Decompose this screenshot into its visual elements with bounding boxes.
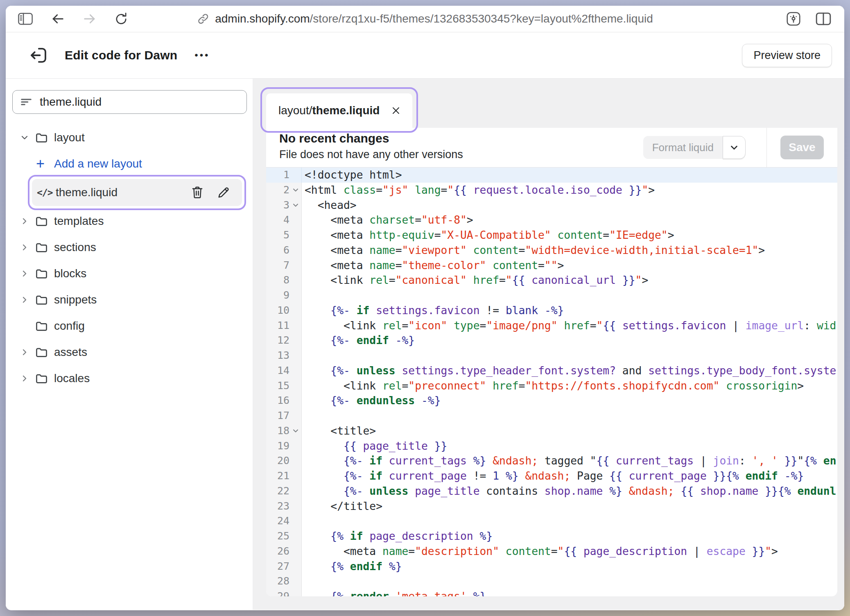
line-number[interactable]: 11: [266, 318, 302, 333]
line-number[interactable]: 17: [266, 408, 302, 424]
code-line[interactable]: 9: [266, 288, 837, 303]
line-number[interactable]: 3: [266, 198, 302, 213]
fold-chevron-icon[interactable]: [292, 201, 301, 210]
exit-icon[interactable]: [29, 47, 47, 64]
code-line[interactable]: 29 {% render 'meta-tags' %}: [266, 589, 837, 596]
code-line[interactable]: 25 {% if page_description %}: [266, 529, 837, 544]
line-number[interactable]: 16: [266, 393, 302, 408]
line-number[interactable]: 13: [266, 348, 302, 363]
code-line[interactable]: 18 <title>: [266, 424, 837, 439]
sidebar-item-snippets[interactable]: snippets: [12, 287, 248, 313]
code-line[interactable]: 1<!doctype html>: [266, 168, 837, 183]
format-liquid-button[interactable]: Format liquid: [643, 136, 723, 159]
line-number[interactable]: 25: [266, 529, 302, 544]
code-line[interactable]: 27 {% endif %}: [266, 559, 837, 574]
code-line[interactable]: 2<html class="js" lang="{{ request.local…: [266, 183, 837, 198]
code-line[interactable]: 20 {%- if current_tags %} &ndash; tagged…: [266, 453, 837, 469]
search-input[interactable]: [40, 95, 220, 109]
reload-icon[interactable]: [115, 12, 128, 26]
chevron-down-icon[interactable]: [20, 133, 35, 143]
sidebar-item-sections[interactable]: sections: [12, 234, 248, 260]
code-line[interactable]: 10 {%- if settings.favicon != blank -%}: [266, 303, 837, 318]
chevron-right-icon[interactable]: [20, 242, 35, 252]
code-line[interactable]: 15 <link rel="preconnect" href="https://…: [266, 378, 837, 394]
tab-theme-liquid[interactable]: layout/theme.liquid: [266, 93, 412, 128]
code-line[interactable]: 13: [266, 348, 837, 363]
fold-chevron-icon[interactable]: [292, 186, 301, 195]
sidebar-item-templates[interactable]: templates: [12, 208, 248, 234]
code-editor[interactable]: 1<!doctype html>2<html class="js" lang="…: [266, 168, 837, 596]
line-number[interactable]: 20: [266, 453, 302, 469]
sidebar-item-theme-liquid[interactable]: </>theme.liquid: [32, 179, 242, 206]
code-line[interactable]: 21 {%- if current_page != 1 %} &ndash; P…: [266, 469, 837, 484]
code-line[interactable]: 11 <link rel="icon" type="image/png" hre…: [266, 318, 837, 333]
line-number[interactable]: 5: [266, 228, 302, 243]
preview-store-button[interactable]: Preview store: [742, 44, 832, 67]
chevron-right-icon[interactable]: [20, 269, 35, 279]
line-number[interactable]: 26: [266, 544, 302, 559]
line-number[interactable]: 1: [266, 168, 302, 183]
code-line[interactable]: 17: [266, 408, 837, 424]
page-settings-icon[interactable]: [786, 11, 801, 26]
back-arrow-icon[interactable]: [51, 13, 65, 25]
chevron-right-icon[interactable]: [20, 374, 35, 383]
code-line[interactable]: 3 <head>: [266, 198, 837, 213]
line-number[interactable]: 6: [266, 243, 302, 258]
chevron-right-icon[interactable]: [20, 347, 35, 357]
line-number[interactable]: 14: [266, 363, 302, 378]
line-number[interactable]: 10: [266, 303, 302, 318]
line-number[interactable]: 8: [266, 273, 302, 288]
code-line[interactable]: 8 <link rel="canonical" href="{{ canonic…: [266, 273, 837, 288]
code-line[interactable]: 19 {{ page_title }}: [266, 439, 837, 454]
sidebar-item-locales[interactable]: locales: [12, 365, 248, 392]
line-number[interactable]: 22: [266, 484, 302, 499]
url-bar[interactable]: admin.shopify.com/store/rzq1xu-f5/themes…: [197, 12, 653, 25]
line-number[interactable]: 15: [266, 378, 302, 394]
code-line[interactable]: 28: [266, 574, 837, 589]
code-line[interactable]: 23 </title>: [266, 499, 837, 514]
more-options-button[interactable]: •••: [194, 50, 210, 61]
sidebar-item-blocks[interactable]: blocks: [12, 260, 248, 287]
add-layout-action[interactable]: +Add a new layout: [12, 151, 248, 177]
line-number[interactable]: 27: [266, 559, 302, 574]
chevron-right-icon[interactable]: [20, 216, 35, 226]
close-icon[interactable]: [390, 105, 402, 116]
forward-arrow-icon[interactable]: [83, 13, 97, 25]
sidebar-toggle-icon[interactable]: [18, 12, 33, 25]
code-line-content: {% render 'meta-tags' %}: [302, 589, 837, 596]
code-line[interactable]: 5 <meta http-equiv="X-UA-Compatible" con…: [266, 228, 837, 243]
format-dropdown-button[interactable]: [723, 136, 746, 159]
fold-chevron-icon[interactable]: [292, 426, 301, 435]
trash-icon[interactable]: [190, 186, 204, 199]
code-line[interactable]: 26 <meta name="description" content="{{ …: [266, 544, 837, 559]
code-line[interactable]: 6 <meta name="viewport" content="width=d…: [266, 243, 837, 258]
line-number[interactable]: 4: [266, 213, 302, 228]
sidebar-item-assets[interactable]: assets: [12, 339, 248, 365]
line-number[interactable]: 21: [266, 469, 302, 484]
line-number[interactable]: 9: [266, 288, 302, 303]
line-number[interactable]: 12: [266, 333, 302, 348]
split-view-icon[interactable]: [816, 12, 831, 26]
line-number[interactable]: 18: [266, 424, 302, 439]
code-line[interactable]: 12 {%- endif -%}: [266, 333, 837, 348]
chevron-right-icon[interactable]: [20, 295, 35, 305]
line-number[interactable]: 29: [266, 589, 302, 596]
file-search[interactable]: [12, 90, 247, 114]
line-number[interactable]: 19: [266, 439, 302, 454]
sidebar-item-config[interactable]: config: [12, 313, 248, 339]
save-button[interactable]: Save: [780, 136, 824, 159]
line-number[interactable]: 28: [266, 574, 302, 589]
line-number[interactable]: 7: [266, 258, 302, 273]
line-number[interactable]: 24: [266, 514, 302, 529]
folder-icon: [35, 294, 54, 306]
pencil-icon[interactable]: [217, 186, 231, 199]
code-line[interactable]: 14 {%- unless settings.type_header_font.…: [266, 363, 837, 378]
code-line[interactable]: 4 <meta charset="utf-8">: [266, 213, 837, 228]
sidebar-item-layout[interactable]: layout: [12, 125, 248, 151]
line-number[interactable]: 23: [266, 499, 302, 514]
line-number[interactable]: 2: [266, 183, 302, 198]
code-line[interactable]: 24: [266, 514, 837, 529]
code-line[interactable]: 7 <meta name="theme-color" content="">: [266, 258, 837, 273]
code-line[interactable]: 16 {%- endunless -%}: [266, 393, 837, 408]
code-line[interactable]: 22 {%- unless page_title contains shop.n…: [266, 484, 837, 499]
